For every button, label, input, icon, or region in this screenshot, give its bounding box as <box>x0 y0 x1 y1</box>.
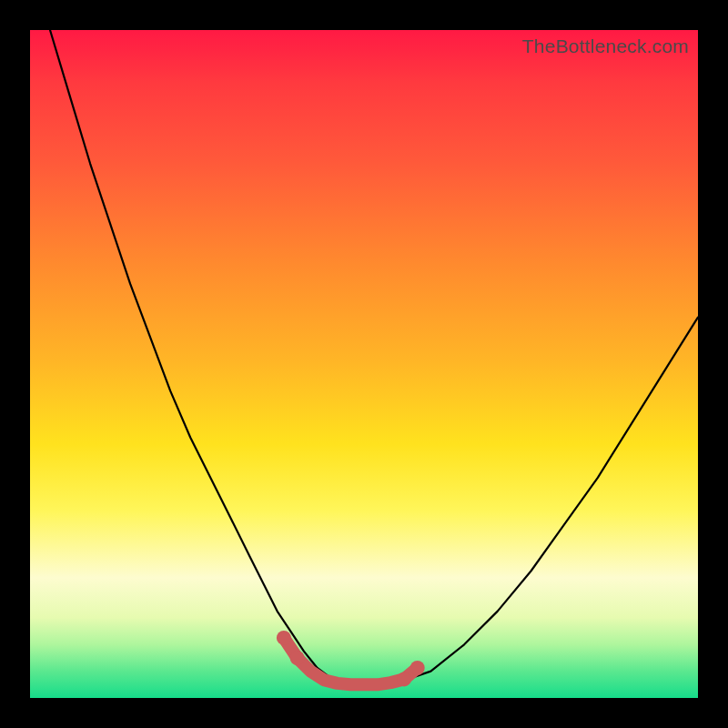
plot-area: TheBottleneck.com <box>30 30 698 698</box>
bottleneck-curve <box>50 30 698 684</box>
highlight-dots <box>277 631 425 687</box>
outer-frame: TheBottleneck.com <box>0 0 728 728</box>
highlight-dot <box>277 631 291 645</box>
chart-svg <box>30 30 698 698</box>
highlight-dot <box>410 661 425 675</box>
highlight-dot <box>397 672 411 686</box>
highlight-dot <box>290 651 305 665</box>
